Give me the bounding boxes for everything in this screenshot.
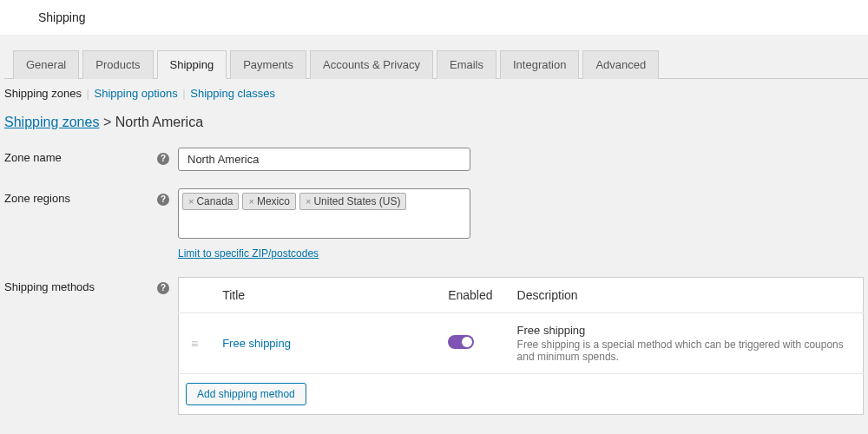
subtab-shipping-zones[interactable]: Shipping zones — [4, 87, 82, 100]
settings-tabs: General Products Shipping Payments Accou… — [4, 50, 868, 79]
tab-integration[interactable]: Integration — [500, 50, 579, 79]
zone-regions-label: Zone regions — [0, 187, 153, 275]
region-tag[interactable]: ×Mexico — [242, 193, 295, 210]
help-icon[interactable]: ? — [157, 153, 169, 165]
close-icon[interactable]: × — [188, 196, 194, 207]
tab-products[interactable]: Products — [82, 50, 153, 79]
zone-regions-input[interactable]: ×Canada ×Mexico ×United States (US) — [178, 188, 470, 239]
shipping-methods-label: Shipping methods — [0, 275, 153, 431]
close-icon[interactable]: × — [306, 196, 311, 207]
breadcrumb: Shipping zones > North America — [0, 108, 868, 146]
limit-zip-link[interactable]: Limit to specific ZIP/postcodes — [178, 247, 470, 260]
subtab-shipping-options[interactable]: Shipping options — [95, 87, 178, 100]
method-description-text: Free shipping is a special method which … — [517, 339, 851, 363]
tab-advanced[interactable]: Advanced — [582, 50, 659, 79]
tab-payments[interactable]: Payments — [230, 50, 306, 79]
shipping-subtabs: Shipping zones | Shipping options | Ship… — [0, 79, 868, 108]
breadcrumb-current: North America — [115, 115, 203, 129]
method-description-title: Free shipping — [517, 324, 851, 337]
page-title: Shipping — [38, 10, 86, 24]
drag-handle-icon[interactable]: ≡ — [191, 337, 198, 351]
add-shipping-method-button[interactable]: Add shipping method — [186, 383, 306, 405]
region-tag[interactable]: ×Canada — [182, 193, 239, 210]
tab-emails[interactable]: Emails — [437, 50, 496, 79]
col-header-description: Description — [505, 278, 864, 313]
help-icon[interactable]: ? — [157, 194, 169, 206]
tab-accounts-privacy[interactable]: Accounts & Privacy — [310, 50, 433, 79]
subtab-shipping-classes[interactable]: Shipping classes — [190, 87, 275, 100]
breadcrumb-root-link[interactable]: Shipping zones — [4, 115, 99, 129]
tab-shipping[interactable]: Shipping — [157, 50, 227, 79]
help-icon[interactable]: ? — [157, 282, 169, 294]
zone-name-input[interactable] — [178, 148, 470, 171]
shipping-methods-table: Title Enabled Description ≡ Free shippin… — [178, 277, 864, 415]
page-header: Shipping — [0, 0, 868, 35]
enabled-toggle[interactable] — [448, 335, 474, 349]
close-icon[interactable]: × — [248, 196, 253, 207]
zone-name-label: Zone name — [0, 146, 153, 187]
col-header-enabled: Enabled — [436, 278, 504, 313]
region-tag[interactable]: ×United States (US) — [299, 193, 406, 210]
tab-general[interactable]: General — [13, 50, 79, 79]
table-row: ≡ Free shipping Free shipping Free shipp… — [179, 313, 864, 374]
method-title-link[interactable]: Free shipping — [222, 337, 291, 350]
col-header-title: Title — [210, 278, 436, 313]
